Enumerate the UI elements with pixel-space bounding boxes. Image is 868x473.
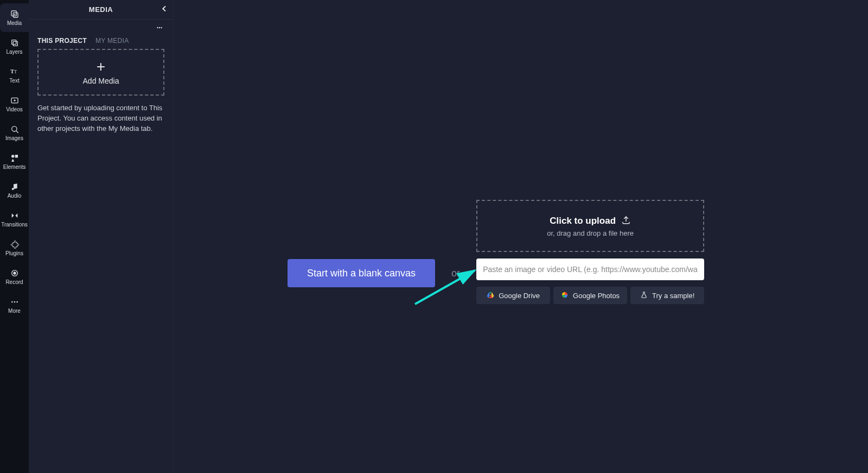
rail-media-label: Media bbox=[7, 20, 22, 26]
audio-icon bbox=[10, 182, 19, 191]
rail-layers-label: Layers bbox=[6, 49, 22, 55]
svg-marker-15 bbox=[15, 213, 17, 218]
svg-text:T: T bbox=[14, 69, 17, 74]
svg-point-20 bbox=[16, 301, 18, 302]
rail-videos[interactable]: Videos bbox=[0, 90, 29, 118]
svg-point-23 bbox=[161, 27, 162, 28]
svg-point-21 bbox=[157, 27, 158, 28]
upload-icon bbox=[621, 215, 631, 227]
google-photos-icon bbox=[561, 291, 569, 300]
start-options-row: Start with a blank canvas or Click to up… bbox=[288, 200, 704, 304]
flask-icon bbox=[640, 291, 648, 300]
panel-tabs: THIS PROJECT MY MEDIA bbox=[29, 37, 173, 49]
images-icon bbox=[10, 125, 19, 134]
svg-point-10 bbox=[11, 155, 14, 157]
record-icon bbox=[10, 269, 19, 278]
layers-icon bbox=[10, 39, 19, 47]
plus-icon: + bbox=[97, 59, 105, 74]
upload-dropzone[interactable]: Click to upload or, drag and drop a file… bbox=[476, 200, 704, 252]
transitions-icon bbox=[10, 211, 19, 220]
elements-icon bbox=[10, 154, 19, 162]
upload-subtitle: or, drag and drop a file here bbox=[547, 229, 634, 237]
svg-rect-2 bbox=[11, 40, 16, 44]
svg-marker-12 bbox=[11, 159, 14, 161]
svg-marker-7 bbox=[14, 99, 16, 102]
svg-rect-1 bbox=[13, 12, 18, 17]
upload-title-row: Click to upload bbox=[550, 215, 631, 227]
rail-record-label: Record bbox=[5, 279, 23, 285]
svg-point-18 bbox=[11, 301, 13, 302]
panel-help-text: Get started by uploading content to This… bbox=[37, 103, 164, 134]
rail-plugins[interactable]: Plugins bbox=[0, 234, 29, 262]
rail-audio[interactable]: Audio bbox=[0, 176, 29, 205]
svg-marker-14 bbox=[11, 213, 14, 218]
upload-title: Click to upload bbox=[550, 216, 616, 226]
svg-point-17 bbox=[14, 272, 16, 274]
rail-transitions-label: Transitions bbox=[1, 222, 28, 228]
tab-this-project[interactable]: THIS PROJECT bbox=[37, 37, 87, 45]
service-buttons-row: Google Drive Google Photos Try a sample! bbox=[476, 287, 704, 304]
text-icon: TT bbox=[10, 67, 20, 76]
google-drive-button[interactable]: Google Drive bbox=[476, 287, 550, 304]
svg-line-9 bbox=[16, 130, 18, 133]
rail-videos-label: Videos bbox=[6, 106, 22, 112]
rail-transitions[interactable]: Transitions bbox=[0, 205, 29, 234]
google-photos-label: Google Photos bbox=[573, 292, 620, 300]
rail-elements-label: Elements bbox=[3, 164, 26, 170]
rail-layers[interactable]: Layers bbox=[0, 32, 29, 61]
google-drive-icon bbox=[487, 291, 494, 300]
svg-point-19 bbox=[14, 301, 15, 302]
tab-my-media[interactable]: MY MEDIA bbox=[95, 37, 129, 45]
add-media-box[interactable]: + Add Media bbox=[37, 49, 164, 96]
start-blank-canvas-button[interactable]: Start with a blank canvas bbox=[288, 259, 435, 287]
svg-rect-0 bbox=[11, 11, 16, 16]
add-media-label: Add Media bbox=[83, 77, 119, 85]
left-icon-rail: Media Layers TT Text Videos Images Eleme… bbox=[0, 0, 29, 473]
rail-audio-label: Audio bbox=[8, 193, 22, 199]
or-separator: or bbox=[451, 268, 460, 279]
upload-column: Click to upload or, drag and drop a file… bbox=[476, 200, 704, 304]
rail-images[interactable]: Images bbox=[0, 118, 29, 147]
panel-title: MEDIA bbox=[89, 5, 113, 14]
svg-point-13 bbox=[11, 188, 14, 190]
google-drive-label: Google Drive bbox=[499, 292, 540, 300]
plugins-icon bbox=[10, 240, 19, 249]
rail-elements[interactable]: Elements bbox=[0, 147, 29, 176]
try-sample-label: Try a sample! bbox=[652, 292, 694, 300]
rail-text-label: Text bbox=[9, 78, 19, 84]
svg-marker-27 bbox=[492, 292, 494, 295]
svg-point-22 bbox=[159, 27, 160, 28]
panel-header: MEDIA bbox=[29, 0, 173, 20]
collapse-panel-button[interactable] bbox=[160, 4, 169, 15]
videos-icon bbox=[10, 96, 19, 105]
svg-point-8 bbox=[11, 126, 16, 131]
url-input[interactable] bbox=[476, 258, 704, 280]
svg-marker-26 bbox=[489, 292, 492, 294]
panel-toolbar bbox=[29, 20, 173, 37]
svg-text:T: T bbox=[10, 68, 14, 74]
rail-more-label: More bbox=[8, 308, 21, 314]
main-canvas-area: Start with a blank canvas or Click to up… bbox=[174, 0, 868, 473]
svg-rect-11 bbox=[15, 155, 17, 157]
panel-more-button[interactable] bbox=[155, 23, 164, 33]
try-sample-button[interactable]: Try a sample! bbox=[630, 287, 704, 304]
google-photos-button[interactable]: Google Photos bbox=[553, 287, 627, 304]
svg-marker-28 bbox=[487, 292, 490, 295]
rail-plugins-label: Plugins bbox=[5, 250, 23, 256]
rail-record[interactable]: Record bbox=[0, 262, 29, 291]
rail-images-label: Images bbox=[5, 135, 23, 141]
svg-rect-3 bbox=[13, 41, 17, 46]
media-side-panel: MEDIA THIS PROJECT MY MEDIA + Add Media … bbox=[29, 0, 174, 473]
rail-media[interactable]: Media bbox=[0, 3, 29, 32]
media-icon bbox=[10, 10, 19, 18]
more-icon bbox=[10, 298, 19, 306]
rail-text[interactable]: TT Text bbox=[0, 61, 29, 90]
rail-more[interactable]: More bbox=[0, 291, 29, 320]
